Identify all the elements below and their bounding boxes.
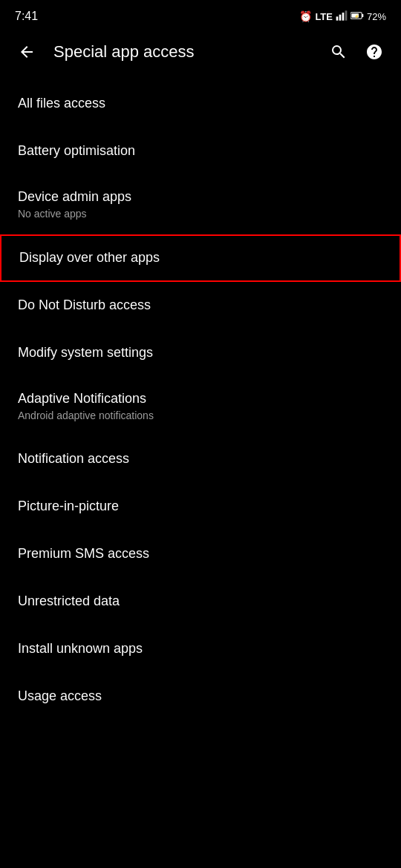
app-bar: Special app access [0, 30, 401, 74]
menu-item-primary-picture-in-picture: Picture-in-picture [18, 498, 383, 515]
signal-icon [336, 10, 348, 24]
menu-item-picture-in-picture[interactable]: Picture-in-picture [0, 483, 401, 530]
menu-item-unrestricted-data[interactable]: Unrestricted data [0, 578, 401, 625]
menu-item-primary-usage-access: Usage access [18, 688, 383, 705]
menu-item-primary-notification-access: Notification access [18, 450, 383, 467]
menu-item-primary-battery-optimisation: Battery optimisation [18, 142, 383, 160]
menu-item-primary-premium-sms-access: Premium SMS access [18, 545, 383, 562]
menu-item-device-admin-apps[interactable]: Device admin appsNo active apps [0, 175, 401, 234]
svg-rect-2 [342, 13, 345, 21]
back-button[interactable] [12, 37, 42, 67]
search-button[interactable] [324, 37, 353, 67]
menu-item-display-over-other-apps[interactable]: Display over other apps [0, 234, 401, 282]
menu-item-secondary-adaptive-notifications: Android adaptive notifications [18, 409, 383, 422]
lte-indicator: LTE [315, 11, 333, 22]
menu-list: All files accessBattery optimisationDevi… [0, 74, 401, 720]
menu-item-primary-unrestricted-data: Unrestricted data [18, 593, 383, 610]
menu-item-battery-optimisation[interactable]: Battery optimisation [0, 128, 401, 175]
menu-item-primary-display-over-other-apps: Display over other apps [19, 249, 382, 266]
svg-rect-3 [345, 10, 348, 20]
menu-item-install-unknown-apps[interactable]: Install unknown apps [0, 625, 401, 673]
menu-item-premium-sms-access[interactable]: Premium SMS access [0, 530, 401, 578]
menu-item-primary-device-admin-apps: Device admin apps [18, 188, 383, 206]
menu-item-primary-adaptive-notifications: Adaptive Notifications [18, 390, 383, 407]
menu-item-primary-install-unknown-apps: Install unknown apps [18, 640, 383, 657]
svg-text:⚡: ⚡ [354, 13, 359, 19]
svg-rect-5 [362, 13, 363, 16]
battery-charging-icon: ⚡ [351, 10, 364, 24]
page-title: Special app access [53, 42, 312, 62]
menu-item-modify-system-settings[interactable]: Modify system settings [0, 329, 401, 377]
menu-item-adaptive-notifications[interactable]: Adaptive NotificationsAndroid adaptive n… [0, 377, 401, 436]
status-bar: 7:41 ⏰ LTE ⚡ 72% [0, 0, 401, 30]
help-button[interactable] [359, 37, 389, 67]
status-icons: ⏰ LTE ⚡ 72% [299, 10, 386, 24]
menu-item-secondary-device-admin-apps: No active apps [18, 207, 383, 220]
svg-rect-0 [336, 16, 339, 20]
alarm-icon: ⏰ [299, 10, 312, 22]
menu-item-primary-do-not-disturb-access: Do Not Disturb access [18, 297, 383, 314]
menu-item-do-not-disturb-access[interactable]: Do Not Disturb access [0, 282, 401, 329]
battery-percentage: 72% [367, 11, 386, 22]
status-time: 7:41 [15, 10, 38, 23]
menu-item-primary-all-files-access: All files access [18, 95, 383, 112]
menu-item-notification-access[interactable]: Notification access [0, 435, 401, 483]
svg-rect-1 [339, 14, 342, 20]
menu-item-primary-modify-system-settings: Modify system settings [18, 344, 383, 361]
app-bar-actions [324, 37, 389, 67]
menu-item-all-files-access[interactable]: All files access [0, 80, 401, 128]
menu-item-usage-access[interactable]: Usage access [0, 673, 401, 720]
